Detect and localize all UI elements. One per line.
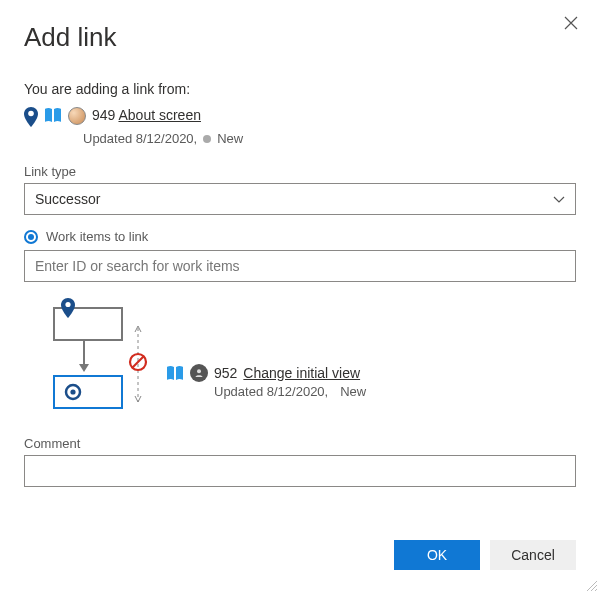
state-dot-icon (203, 135, 211, 143)
work-items-label: Work items to link (46, 229, 148, 244)
dialog-title: Add link (24, 22, 576, 53)
source-item-id: 949 (92, 107, 115, 123)
link-type-value: Successor (35, 191, 100, 207)
comment-input[interactable] (24, 455, 576, 487)
svg-point-10 (197, 369, 201, 373)
work-items-placeholder: Enter ID or search for work items (35, 258, 240, 274)
linked-item-state: New (340, 384, 366, 399)
link-type-select[interactable]: Successor (24, 183, 576, 215)
resize-grip-icon (584, 578, 598, 592)
work-items-search-input[interactable]: Enter ID or search for work items (24, 250, 576, 282)
linked-type-icon (166, 365, 184, 381)
svg-point-6 (70, 389, 75, 394)
svg-point-2 (65, 302, 70, 307)
close-icon (564, 16, 578, 30)
svg-line-13 (595, 589, 597, 591)
source-item-meta: Updated 8/12/2020, New (83, 131, 576, 146)
relationship-diagram (24, 296, 154, 414)
svg-line-11 (587, 581, 597, 591)
target-icon (24, 230, 38, 244)
svg-point-0 (28, 111, 34, 117)
source-item-state: New (217, 131, 243, 146)
source-item-updated: Updated 8/12/2020, (83, 131, 197, 146)
svg-rect-4 (54, 376, 122, 408)
subheading: You are adding a link from: (24, 81, 576, 97)
cancel-button[interactable]: Cancel (490, 540, 576, 570)
linked-item-id: 952 (214, 365, 237, 381)
assignee-avatar (68, 107, 86, 125)
linked-item-updated: Updated 8/12/2020, (214, 384, 328, 399)
svg-line-12 (591, 585, 597, 591)
source-item-row: 949 About screen (24, 107, 576, 131)
linked-item-link[interactable]: Change initial view (243, 365, 360, 381)
source-item-link[interactable]: About screen (118, 107, 201, 123)
ok-button[interactable]: OK (394, 540, 480, 570)
add-link-dialog: Add link You are adding a link from: 949… (0, 0, 600, 487)
unassigned-avatar-icon (190, 364, 208, 382)
close-button[interactable] (564, 16, 578, 34)
pin-icon (24, 107, 38, 131)
linked-item-meta: Updated 8/12/2020, New (214, 384, 366, 399)
comment-label: Comment (24, 436, 576, 451)
epic-type-icon (44, 107, 62, 123)
link-type-label: Link type (24, 164, 576, 179)
chevron-down-icon (553, 191, 565, 207)
